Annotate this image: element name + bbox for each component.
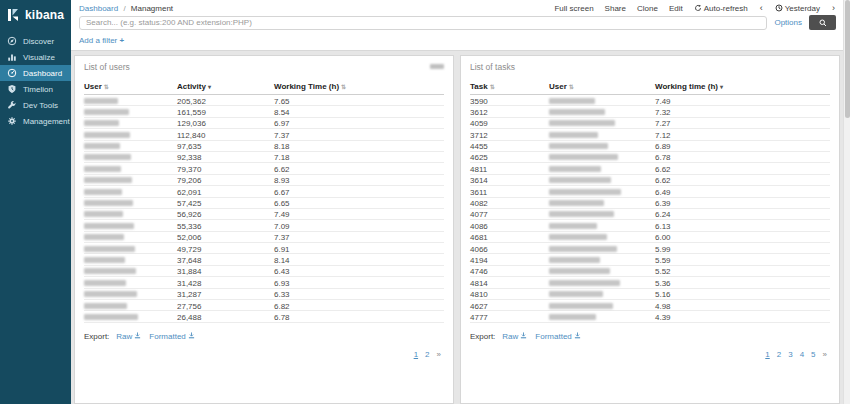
tasks-export-row: Export: RawFormatted [470, 332, 830, 341]
redacted-value [84, 291, 137, 297]
options-link[interactable]: Options [774, 18, 802, 27]
export-raw-link[interactable]: Raw [502, 332, 527, 341]
cell-task: 4455 [470, 142, 549, 151]
sidebar-item-discover[interactable]: Discover [0, 33, 71, 49]
time-picker[interactable]: Yesterday [775, 4, 820, 13]
cell-working-time-h-: 7.09 [274, 222, 444, 231]
redacted-value [549, 314, 596, 320]
cell-activity: 161,559 [177, 108, 274, 117]
column-label: Task [470, 82, 488, 91]
menu-item-edit[interactable]: Edit [669, 4, 683, 13]
export-raw-link[interactable]: Raw [116, 332, 141, 341]
export-formatted-link[interactable]: Formatted [149, 332, 194, 341]
cell-activity: 26,488 [177, 313, 274, 322]
search-input[interactable] [79, 16, 767, 30]
redacted-cell [549, 302, 655, 311]
redacted-cell [84, 108, 177, 117]
column-header-user[interactable]: User⇅ [549, 82, 655, 91]
menu-item-share[interactable]: Share [605, 4, 626, 13]
cell-working-time-h-: 5.59 [655, 256, 830, 265]
cell-activity: 205,362 [177, 97, 274, 106]
breadcrumb: Dashboard / Managment [79, 4, 173, 13]
sidebar-item-dashboard[interactable]: Dashboard [0, 65, 71, 81]
redacted-cell [84, 290, 177, 299]
cell-activity: 56,926 [177, 210, 274, 219]
redacted-value [84, 246, 135, 252]
column-header-activity[interactable]: Activity▾ [177, 82, 274, 91]
page-3[interactable]: 3 [788, 350, 792, 359]
export-formatted-link[interactable]: Formatted [535, 332, 580, 341]
cell-working-time-h-: 6.62 [274, 165, 444, 174]
redacted-cell [549, 290, 655, 299]
page-scrollbar-thumb[interactable] [845, 0, 850, 118]
redacted-cell [84, 256, 177, 265]
page-4[interactable]: 4 [800, 350, 804, 359]
cell-working-time-h-: 7.49 [274, 210, 444, 219]
redacted-value [84, 166, 121, 172]
panel-list-of-users: List of users User⇅Activity▾Working Time… [74, 55, 454, 404]
table-row: 31,4286.93 [84, 277, 444, 288]
redacted-cell [84, 210, 177, 219]
export-link-label: Raw [116, 332, 132, 341]
cell-activity: 129,036 [177, 119, 274, 128]
cell-task: 4194 [470, 256, 549, 265]
sidebar-item-management[interactable]: Management [0, 113, 71, 129]
cell-task: 3590 [470, 97, 549, 106]
sidebar-item-label: Dev Tools [23, 101, 58, 110]
table-row: 37,6488.14 [84, 254, 444, 265]
add-filter-button[interactable]: Add a filter + [79, 36, 124, 45]
redacted-cell [549, 188, 655, 197]
page-2[interactable]: 2 [425, 350, 429, 359]
menu-item-auto-refresh[interactable]: Auto-refresh [694, 4, 748, 13]
column-label: Working time (h) [655, 82, 718, 91]
panel-menu-redacted[interactable] [430, 64, 444, 69]
redacted-value [84, 268, 136, 274]
table-row: 161,5598.54 [84, 106, 444, 117]
cell-working-time-h-: 6.62 [655, 176, 830, 185]
cell-task: 4746 [470, 267, 549, 276]
redacted-value [549, 268, 610, 274]
tasks-table-header: Task⇅User⇅Working time (h)▾ [470, 81, 830, 95]
page-next-button[interactable]: » [823, 350, 827, 359]
page-2[interactable]: 2 [777, 350, 781, 359]
discover-icon [7, 36, 17, 46]
table-row: 205,3627.65 [84, 95, 444, 106]
sidebar-item-timelion[interactable]: Timelion [0, 81, 71, 97]
search-button[interactable] [809, 15, 836, 30]
export-link-label: Formatted [149, 332, 185, 341]
breadcrumb-dashboard-link[interactable]: Dashboard [79, 4, 118, 13]
menu-item-clone[interactable]: Clone [637, 4, 658, 13]
menu-item-full-screen[interactable]: Full screen [554, 4, 593, 13]
top-menu-items: Full screenShareCloneEditAuto-refresh [554, 4, 747, 13]
page-next-button[interactable]: » [437, 350, 441, 359]
cell-activity: 37,648 [177, 256, 274, 265]
column-header-task[interactable]: Task⇅ [470, 82, 549, 91]
cell-activity: 92,338 [177, 153, 274, 162]
cell-working-time-h-: 6.97 [274, 119, 444, 128]
kibana-logo[interactable]: kibana [0, 0, 71, 29]
sidebar-item-label: Visualize [23, 53, 55, 62]
cell-activity: 112,840 [177, 131, 274, 140]
time-next-chevron-icon[interactable]: › [831, 3, 836, 13]
redacted-value [84, 211, 123, 217]
column-header-working-time-h-[interactable]: Working Time (h)⇅ [274, 82, 444, 91]
cell-task: 4814 [470, 279, 549, 288]
page-1-active[interactable]: 1 [765, 350, 769, 359]
column-header-working-time-h-[interactable]: Working time (h)▾ [655, 82, 830, 91]
time-prev-chevron-icon[interactable]: ‹ [759, 3, 764, 13]
redacted-cell [549, 142, 655, 151]
dev-tools-icon [7, 100, 17, 110]
page-5[interactable]: 5 [811, 350, 815, 359]
sidebar-item-dev-tools[interactable]: Dev Tools [0, 97, 71, 113]
page-1-active[interactable]: 1 [414, 350, 418, 359]
table-row: 26,4886.78 [84, 311, 444, 322]
redacted-cell [84, 313, 177, 322]
redacted-value [549, 211, 614, 217]
cell-working-time-h-: 7.32 [655, 108, 830, 117]
download-icon [574, 332, 581, 341]
menu-item-label: Full screen [554, 4, 593, 13]
column-header-user[interactable]: User⇅ [84, 82, 177, 91]
sidebar-item-visualize[interactable]: Visualize [0, 49, 71, 65]
cell-activity: 31,287 [177, 290, 274, 299]
redacted-cell [84, 176, 177, 185]
